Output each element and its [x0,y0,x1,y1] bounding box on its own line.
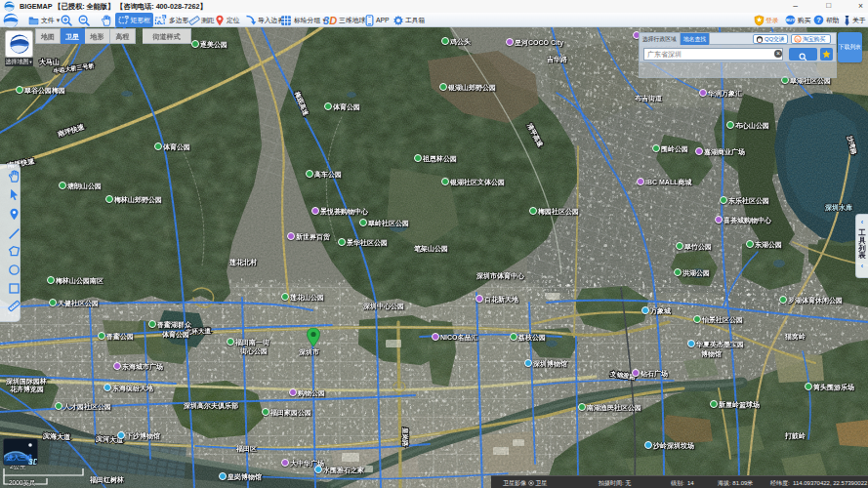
svg-text:深圳水库: 深圳水库 [824,203,852,212]
svg-text:大马山: 大马山 [39,59,60,66]
svg-text:?: ? [816,16,821,24]
svg-text:皇岗路: 皇岗路 [401,427,409,447]
svg-text:BUY: BUY [786,18,795,22]
svg-text:3D: 3D [28,457,38,466]
svg-text:淘: 淘 [796,36,800,41]
